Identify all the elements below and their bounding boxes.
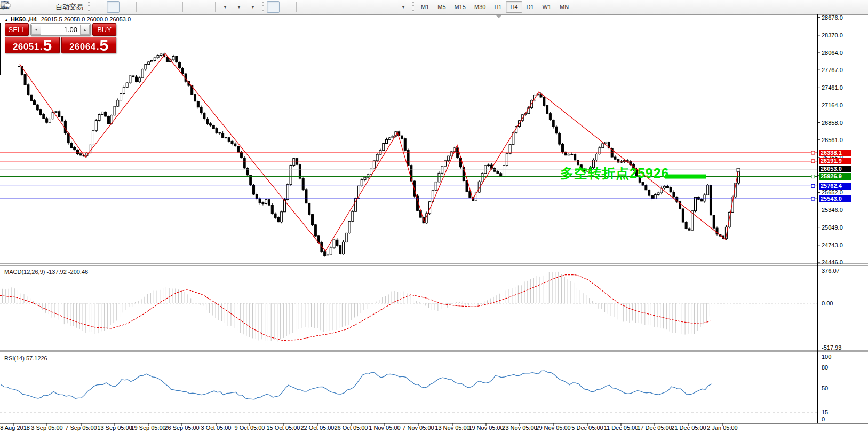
one-click-trade-panel: SELL ▼ 1.00 ▲ BUY 26051.5 26064.5 xyxy=(5,23,116,53)
vertical-line-tool[interactable] xyxy=(299,1,312,13)
price-tick-label: 26858.0 xyxy=(822,120,843,126)
chat-icon[interactable] xyxy=(851,1,864,13)
tf-h1[interactable]: H1 xyxy=(490,1,506,13)
arrows-tool[interactable]: ▼ xyxy=(396,1,409,13)
tf-m30[interactable]: M30 xyxy=(470,1,490,13)
price-level-badge: 26053.0 xyxy=(819,166,851,172)
zoom-out-icon[interactable] xyxy=(153,1,166,13)
line-chart-icon[interactable] xyxy=(121,1,133,13)
fibonacci-tool[interactable]: F xyxy=(355,1,368,13)
price-tick-label: 27164.0 xyxy=(822,102,843,108)
rsi-axis-label: 100 xyxy=(822,354,831,360)
toolbar-grip xyxy=(262,2,264,12)
buy-button[interactable]: BUY xyxy=(92,23,116,36)
horizontal-line-tool[interactable] xyxy=(313,1,326,13)
indicators-template-button[interactable]: ▼ xyxy=(246,1,259,13)
price-level-badge: 25926.9 xyxy=(819,173,851,180)
tf-m5[interactable]: M5 xyxy=(433,1,450,13)
buy-label: BUY xyxy=(97,26,112,34)
price-tick-label: 28064.0 xyxy=(822,50,843,56)
price-tick-label: 24743.0 xyxy=(822,242,843,248)
tf-mn[interactable]: MN xyxy=(555,1,573,13)
tile-windows-icon[interactable] xyxy=(167,1,180,13)
price-tick-label: 27461.0 xyxy=(822,84,843,91)
cursor-tool[interactable] xyxy=(267,1,280,13)
buy-price-button[interactable]: 26064.5 xyxy=(61,37,116,53)
new-chart-button[interactable]: ▼ xyxy=(218,1,231,13)
trendline-tool[interactable] xyxy=(327,1,340,13)
mt4-window: 单 自动交易 xyxy=(0,0,868,432)
chart-title: ▲HK50-,H426015.5 26058.0 26000.0 26053.0 xyxy=(4,16,131,22)
toolbar-separator xyxy=(182,2,183,12)
tf-w1[interactable]: W1 xyxy=(538,1,556,13)
rsi-axis-label: 15 xyxy=(822,409,828,415)
chart-canvas xyxy=(0,14,868,432)
signals-icon[interactable] xyxy=(38,1,51,13)
crosshair-tool[interactable] xyxy=(281,1,293,13)
sell-price-main: 26051 xyxy=(13,42,39,52)
text-label-tool[interactable]: T xyxy=(383,1,395,13)
price-level-badge: 25543.0 xyxy=(819,195,851,202)
candlestick-chart-icon[interactable] xyxy=(107,1,120,13)
symbol-period: HK50-,H4 xyxy=(11,16,37,22)
sell-price-button[interactable]: 26051.5 xyxy=(5,37,60,53)
rsi-axis-label: 80 xyxy=(822,364,828,371)
macd-values: -137.92 -200.46 xyxy=(46,269,88,275)
tf-m15[interactable]: M15 xyxy=(450,1,470,13)
community-user-icon[interactable] xyxy=(25,1,37,13)
dropdown-caret: ▼ xyxy=(251,5,255,10)
toolbar-grip xyxy=(88,2,90,12)
rsi-value: 57.1226 xyxy=(26,355,47,362)
text-tool[interactable]: A xyxy=(369,1,381,13)
toolbar-separator xyxy=(296,2,297,12)
macd-name: MACD(12,26,9) xyxy=(4,269,45,275)
price-level-badge: 26338.1 xyxy=(819,150,851,156)
bar-chart-icon[interactable] xyxy=(93,1,106,13)
volume-decrease-button[interactable]: ▼ xyxy=(31,25,41,35)
price-level-badge: 25762.4 xyxy=(819,183,851,190)
tf-m1[interactable]: M1 xyxy=(417,1,433,13)
price-tick-label: 24446.0 xyxy=(822,259,843,265)
price-tick-label: 27767.0 xyxy=(822,67,843,73)
zoom-in-icon[interactable] xyxy=(139,1,152,13)
rsi-axis-label: 0 xyxy=(822,416,825,422)
tf-h4[interactable]: H4 xyxy=(506,1,522,13)
price-tick-label: 28676.0 xyxy=(822,14,843,21)
macd-axis-label: 0.00 xyxy=(822,300,833,307)
sell-button[interactable]: SELL xyxy=(5,23,29,36)
buy-price-dot: . xyxy=(97,42,99,52)
toolbar-separator xyxy=(136,2,137,12)
tf-d1[interactable]: D1 xyxy=(522,1,538,13)
chart-plot-area[interactable]: ▲HK50-,H426015.5 26058.0 26000.0 26053.0… xyxy=(0,14,868,432)
dropdown-caret: ▼ xyxy=(237,5,241,10)
macd-axis-label: 376.07 xyxy=(822,268,840,274)
price-tick-label: 25049.0 xyxy=(822,224,843,231)
buy-price-main: 26064 xyxy=(69,42,96,52)
price-tick-label: 28370.0 xyxy=(822,32,843,38)
market-gold-icon[interactable] xyxy=(11,1,23,13)
ohlc-values: 26015.5 26058.0 26000.0 26053.0 xyxy=(41,16,131,22)
chart-shift-icon[interactable] xyxy=(200,1,212,13)
volume-input[interactable]: 1.00 xyxy=(42,24,79,35)
price-tick-label: 26561.0 xyxy=(822,137,843,143)
rsi-axis-label: 50 xyxy=(822,385,828,391)
rsi-indicator-label: RSI(14) 57.1226 xyxy=(4,355,47,362)
volume-increase-button[interactable]: ▲ xyxy=(80,25,90,35)
toolbar-separator xyxy=(215,2,216,12)
date-label: 2 Jan 05:00 xyxy=(700,425,745,431)
price-tick-label: 25346.0 xyxy=(822,207,843,213)
auto-scroll-icon[interactable] xyxy=(186,1,198,13)
sell-label: SELL xyxy=(9,26,26,34)
toolbar: 单 自动交易 xyxy=(0,0,868,14)
collapse-arrow-icon[interactable]: ▲ xyxy=(4,18,9,22)
autotrade-label: 自动交易 xyxy=(55,2,83,12)
sell-price-dot: . xyxy=(40,42,43,52)
toolbar-grip xyxy=(412,2,414,12)
autotrade-button[interactable]: 自动交易 xyxy=(52,1,85,13)
macd-axis-label: -517.93 xyxy=(822,344,841,351)
price-tick-label: 25652.0 xyxy=(822,189,843,195)
periods-clock-button[interactable]: ▼ xyxy=(232,1,245,13)
equidistant-channel-tool[interactable]: E xyxy=(341,1,354,13)
sell-price-frac: 5 xyxy=(43,38,52,52)
search-icon[interactable] xyxy=(837,1,850,13)
